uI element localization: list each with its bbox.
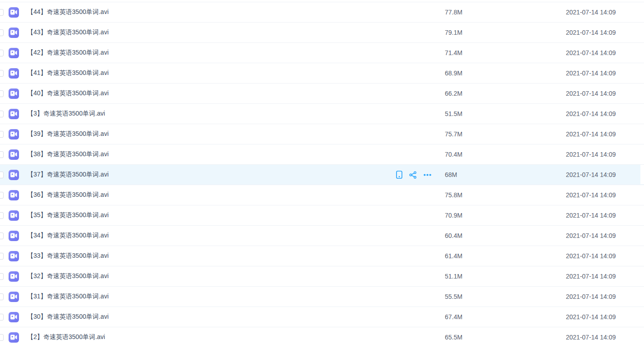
row-checkbox[interactable] — [0, 50, 4, 56]
file-row[interactable]: 【36】奇速英语3500单词.avi — [0, 185, 644, 205]
file-name[interactable]: 【43】奇速英语3500单词.avi — [27, 28, 396, 37]
file-date: 2021-07-14 14:09 — [566, 293, 644, 300]
file-name[interactable]: 【31】奇速英语3500单词.avi — [27, 293, 396, 301]
row-checkbox[interactable] — [0, 334, 4, 341]
file-row[interactable]: 【44】奇速英语3500单词.avi — [0, 2, 644, 23]
video-file-icon — [9, 332, 19, 343]
file-name[interactable]: 【41】奇速英语3500单词.avi — [27, 69, 396, 77]
row-checkbox[interactable] — [0, 314, 4, 321]
file-size: 67.4M — [445, 313, 566, 321]
file-row[interactable]: 【40】奇速英语3500单词.avi — [0, 84, 644, 104]
video-file-icon — [9, 271, 19, 282]
file-date: 2021-07-14 14:09 — [566, 29, 644, 36]
file-name[interactable]: 【33】奇速英语3500单词.avi — [27, 252, 396, 260]
row-checkbox[interactable] — [0, 90, 4, 97]
file-row[interactable]: 【35】奇速英语3500单词.avi — [0, 205, 644, 226]
file-size: 51.5M — [445, 110, 566, 117]
video-file-icon — [9, 129, 19, 139]
file-list: 【44】奇速英语3500单词.avi — [0, 0, 644, 344]
more-actions-button[interactable] — [424, 174, 431, 176]
file-size: 65.5M — [445, 334, 566, 341]
video-file-icon — [9, 7, 19, 18]
row-checkbox[interactable] — [0, 172, 4, 178]
file-size: 71.4M — [445, 49, 566, 56]
video-camera-icon — [10, 335, 17, 340]
share-icon — [409, 171, 417, 179]
row-checkbox[interactable] — [0, 253, 4, 260]
row-hover-actions — [396, 171, 431, 179]
file-name[interactable]: 【2】奇速英语3500单词.avi — [27, 333, 396, 341]
row-checkbox[interactable] — [0, 212, 4, 219]
row-checkbox[interactable] — [0, 70, 4, 77]
file-size: 70.4M — [445, 151, 566, 158]
file-row[interactable]: 【2】奇速英语3500单词.avi — [0, 327, 644, 344]
file-name[interactable]: 【44】奇速英语3500单词.avi — [27, 8, 396, 16]
video-file-icon — [9, 88, 19, 99]
video-camera-icon — [10, 213, 17, 218]
file-row[interactable]: 【43】奇速英语3500单词.avi — [0, 23, 644, 43]
video-camera-icon — [10, 253, 17, 259]
ellipsis-icon — [424, 174, 431, 176]
video-camera-icon — [10, 131, 17, 137]
file-row[interactable]: 【37】奇速英语3500单词.avi — [0, 165, 644, 185]
file-row[interactable]: 【38】奇速英语3500单词.avi — [0, 144, 644, 165]
file-row[interactable]: 【34】奇速英语3500单词.avi — [0, 226, 644, 246]
video-camera-icon — [10, 30, 17, 35]
video-camera-icon — [10, 70, 17, 76]
video-camera-icon — [10, 172, 17, 177]
file-row[interactable]: 【42】奇速英语3500单词.avi — [0, 43, 644, 63]
share-button[interactable] — [409, 171, 417, 179]
video-camera-icon — [10, 294, 17, 299]
file-size: 61.4M — [445, 252, 566, 260]
file-name[interactable]: 【40】奇速英语3500单词.avi — [27, 89, 396, 98]
file-name[interactable]: 【3】奇速英语3500单词.avi — [27, 110, 396, 118]
file-date: 2021-07-14 14:09 — [566, 70, 644, 77]
row-checkbox[interactable] — [0, 29, 4, 36]
file-size: 55.5M — [445, 293, 566, 300]
file-row[interactable]: 【33】奇速英语3500单词.avi — [0, 246, 644, 266]
video-file-icon — [9, 68, 19, 79]
row-checkbox[interactable] — [0, 293, 4, 300]
file-date: 2021-07-14 14:09 — [566, 191, 644, 199]
row-checkbox[interactable] — [0, 192, 4, 199]
file-row[interactable]: 【32】奇速英语3500单词.avi — [0, 266, 644, 287]
file-size: 66.2M — [445, 90, 566, 97]
file-date: 2021-07-14 14:09 — [566, 212, 644, 219]
file-name[interactable]: 【30】奇速英语3500单词.avi — [27, 313, 396, 321]
file-name[interactable]: 【34】奇速英语3500单词.avi — [27, 232, 396, 240]
file-name[interactable]: 【38】奇速英语3500单词.avi — [27, 150, 396, 158]
file-name[interactable]: 【32】奇速英语3500单词.avi — [27, 272, 396, 280]
file-date: 2021-07-14 14:09 — [566, 171, 644, 178]
row-checkbox[interactable] — [0, 273, 4, 280]
file-date: 2021-07-14 14:09 — [566, 313, 644, 321]
row-checkbox[interactable] — [0, 111, 4, 117]
video-file-icon — [9, 170, 19, 180]
file-name[interactable]: 【36】奇速英语3500单词.avi — [27, 191, 396, 199]
video-file-icon — [9, 149, 19, 160]
video-camera-icon — [10, 192, 17, 198]
file-name[interactable]: 【42】奇速英语3500单词.avi — [27, 49, 396, 57]
video-camera-icon — [10, 152, 17, 157]
row-checkbox[interactable] — [0, 131, 4, 138]
file-name[interactable]: 【37】奇速英语3500单词.avi — [27, 171, 396, 179]
file-row[interactable]: 【31】奇速英语3500单词.avi — [0, 287, 644, 307]
device-icon — [396, 171, 402, 179]
video-camera-icon — [10, 91, 17, 96]
file-date: 2021-07-14 14:09 — [566, 252, 644, 260]
send-to-device-button[interactable] — [396, 171, 402, 179]
file-name[interactable]: 【35】奇速英语3500单词.avi — [27, 211, 396, 219]
video-camera-icon — [10, 111, 17, 116]
row-checkbox[interactable] — [0, 9, 4, 16]
row-checkbox[interactable] — [0, 151, 4, 158]
video-file-icon — [9, 231, 19, 241]
file-row[interactable]: 【41】奇速英语3500单词.avi — [0, 63, 644, 84]
video-file-icon — [9, 251, 19, 261]
file-row[interactable]: 【3】奇速英语3500单词.avi — [0, 104, 644, 124]
file-name[interactable]: 【39】奇速英语3500单词.avi — [27, 130, 396, 138]
file-row[interactable]: 【30】奇速英语3500单词.avi — [0, 307, 644, 327]
file-row[interactable]: 【39】奇速英语3500单词.avi — [0, 124, 644, 144]
row-checkbox[interactable] — [0, 232, 4, 239]
video-camera-icon — [10, 314, 17, 320]
file-size: 68.9M — [445, 70, 566, 77]
file-date: 2021-07-14 14:09 — [566, 151, 644, 158]
